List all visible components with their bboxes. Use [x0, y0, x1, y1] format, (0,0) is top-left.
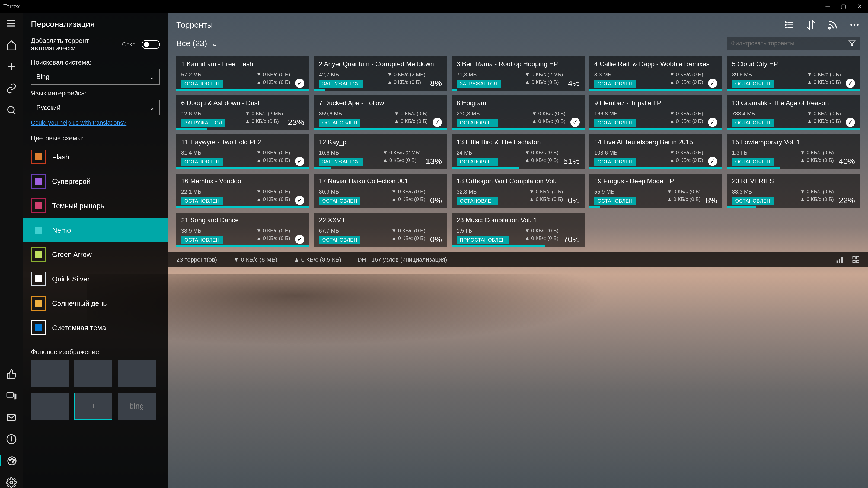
bg-tile-2[interactable]: [118, 360, 156, 387]
auto-add-toggle[interactable]: [142, 40, 160, 49]
torrent-card[interactable]: 1 KanniFam - Free Flesh 57,2 МБ ОСТАНОВЛ…: [176, 56, 309, 91]
torrent-down-rate: ▼ 0 КБ/с (0 Б): [800, 189, 834, 195]
more-icon[interactable]: [849, 20, 860, 30]
torrent-card[interactable]: 14 Live At Teufelsberg Berlin 2015 108,6…: [589, 134, 722, 169]
torrent-card[interactable]: 22 XXVII 67,7 МБ ОСТАНОВЛЕН ▼ 0 КБ/с (0 …: [314, 213, 447, 247]
signal-icon[interactable]: [835, 256, 844, 264]
translate-link[interactable]: Could you help us with translations?: [31, 119, 160, 126]
torrent-card[interactable]: 5 Cloud City EP 39,6 МБ ОСТАНОВЛЕН ▼ 0 К…: [727, 56, 860, 91]
theme-flash[interactable]: Flash: [23, 145, 168, 169]
close-button[interactable]: ✕: [857, 3, 862, 10]
theme-name: Quick Silver: [52, 275, 90, 283]
torrent-card[interactable]: 4 Callie Reiff & Dapp - Wobble Remixes 8…: [589, 56, 722, 91]
filter-dropdown[interactable]: Все (23) ⌄: [176, 39, 218, 48]
settings-icon[interactable]: [6, 477, 17, 488]
page-title: Торренты: [176, 20, 213, 30]
nav-rail: [0, 13, 23, 488]
torrent-status: ЗАГРУЖАЕТСЯ: [319, 80, 363, 88]
minimize-button[interactable]: ─: [826, 3, 830, 10]
torrent-size: 88,3 МБ: [732, 189, 773, 195]
torrent-up-rate: ▲ 0 КБ/с (0 Б): [667, 196, 701, 202]
torrent-status: ОСТАНОВЛЕН: [319, 236, 361, 244]
link-icon[interactable]: [6, 83, 17, 94]
filter-input[interactable]: [731, 40, 848, 47]
bg-tile-4[interactable]: +: [74, 393, 112, 420]
language-select[interactable]: Русский ⌄: [31, 100, 160, 116]
torrent-title: 11 Haywyre - Two Fold Pt 2: [181, 138, 304, 146]
list-view-icon[interactable]: [784, 20, 795, 30]
torrent-card[interactable]: 23 Music Compilation Vol. 1 1,5 ГБ ПРИОС…: [452, 213, 585, 247]
torrent-card[interactable]: 7 Ducked Ape - Follow 359,6 МБ ОСТАНОВЛЕ…: [314, 95, 447, 130]
torrent-card[interactable]: 2 Anyer Quantum - Corrupted Meltdown 42,…: [314, 56, 447, 91]
torrent-card[interactable]: 15 Lowtemporary Vol. 1 1,3 ГБ ОСТАНОВЛЕН…: [727, 134, 860, 169]
torrent-card[interactable]: 19 Progus - Deep Mode EP 55,9 МБ ОСТАНОВ…: [589, 173, 722, 208]
theme-супергерой[interactable]: Супергерой: [23, 169, 168, 194]
torrent-card[interactable]: 3 Ben Rama - Rooftop Hopping EP 71,3 МБ …: [452, 56, 585, 91]
torrent-up-rate: ▲ 0 КБ/с (0 Б): [388, 79, 421, 85]
torrent-title: 2 Anyer Quantum - Corrupted Meltdown: [319, 60, 442, 68]
torrent-progress: [176, 89, 309, 91]
torrent-card[interactable]: 6 Dooqu & Ashdown - Dust 12,6 МБ ЗАГРУЖА…: [176, 95, 309, 130]
torrent-card[interactable]: 16 Memtrix - Voodoo 22,1 МБ ОСТАНОВЛЕН ▼…: [176, 173, 309, 208]
torrent-card[interactable]: 17 Naviar Haiku Collection 001 80,9 МБ О…: [314, 173, 447, 208]
torrent-progress: [314, 167, 332, 169]
theme-системная-тема[interactable]: Системная тема: [23, 316, 168, 340]
torrent-title: 18 Orthogon Wolf Compilation Vol. 1: [457, 177, 580, 185]
svg-rect-7: [7, 393, 13, 397]
add-icon[interactable]: [6, 61, 17, 72]
theme-солнечный-день[interactable]: Солнечный день: [23, 291, 168, 316]
search-icon[interactable]: [6, 105, 17, 116]
torrent-card[interactable]: 20 REVERIES 88,3 МБ ОСТАНОВЛЕН ▼ 0 КБ/с …: [727, 173, 860, 208]
torrent-card[interactable]: 12 Kay_p 10,6 МБ ЗАГРУЖАЕТСЯ ▼ 0 КБ/с (2…: [314, 134, 447, 169]
torrent-card[interactable]: 13 Little Bird & The Eschaton 24 МБ ОСТА…: [452, 134, 585, 169]
theme-swatch: [31, 272, 45, 286]
home-icon[interactable]: [6, 40, 17, 51]
torrent-card[interactable]: 11 Haywyre - Two Fold Pt 2 81,4 МБ ОСТАН…: [176, 134, 309, 169]
torrent-card[interactable]: 9 Flembaz - Tripalle LP 166,8 МБ ОСТАНОВ…: [589, 95, 722, 130]
svg-point-18: [10, 481, 13, 484]
sort-icon[interactable]: [806, 20, 816, 30]
theme-swatch: [31, 296, 45, 311]
maximize-button[interactable]: ▢: [841, 3, 846, 10]
filter-search[interactable]: [727, 37, 860, 50]
torrent-down-rate: ▼ 0 КБ/с (0 Б): [532, 110, 565, 117]
devices-icon[interactable]: [6, 390, 17, 401]
theme-name: Green Arrow: [52, 251, 92, 259]
thumbs-up-icon[interactable]: [6, 369, 17, 380]
svg-rect-34: [853, 261, 855, 263]
bg-tile-5[interactable]: bing: [118, 393, 156, 420]
theme-quick-silver[interactable]: Quick Silver: [23, 267, 168, 291]
bg-tile-1[interactable]: [74, 360, 112, 387]
torrent-down-rate: ▼ 0 КБ/с (0 Б): [670, 150, 703, 156]
torrent-card[interactable]: 18 Orthogon Wolf Compilation Vol. 1 32,3…: [452, 173, 585, 208]
filter-icon[interactable]: [848, 40, 856, 47]
theme-nemo[interactable]: Nemo: [23, 218, 168, 242]
search-engine-select[interactable]: Bing ⌄: [31, 69, 160, 85]
svg-rect-30: [839, 259, 840, 263]
torrent-card[interactable]: 21 Song and Dance 38,9 МБ ОСТАНОВЛЕН ▼ 0…: [176, 213, 309, 247]
theme-icon[interactable]: [0, 455, 23, 466]
theme-темный-рыцарь[interactable]: Темный рыцарь: [23, 194, 168, 218]
torrent-up-rate: ▲ 0 КБ/с (0 Б): [800, 157, 834, 163]
torrent-up-rate: ▲ 0 КБ/с (0 Б): [532, 118, 565, 124]
torrent-card[interactable]: 8 Epigram 230,3 МБ ОСТАНОВЛЕН ▼ 0 КБ/с (…: [452, 95, 585, 130]
svg-point-5: [8, 106, 14, 113]
torrent-size: 81,4 МБ: [181, 150, 223, 156]
torrent-percent: 0%: [568, 196, 579, 205]
torrent-up-rate: ▲ 0 КБ/с (0 Б): [807, 79, 841, 85]
bg-tile-0[interactable]: [31, 360, 69, 387]
torrent-progress: [176, 206, 309, 208]
torrent-card[interactable]: 10 Gramatik - The Age of Reason 788,4 МБ…: [727, 95, 860, 130]
torrent-up-rate: ▲ 0 КБ/с (0 Б): [670, 118, 703, 124]
info-icon[interactable]: [6, 434, 17, 445]
menu-icon[interactable]: [6, 18, 17, 29]
language-label: Язык интерфейса:: [31, 90, 160, 97]
torrent-size: 24 МБ: [457, 150, 498, 156]
theme-green-arrow[interactable]: Green Arrow: [23, 242, 168, 267]
mail-icon[interactable]: [6, 412, 17, 423]
grid-view-icon[interactable]: [852, 256, 860, 264]
torrent-progress: [727, 167, 780, 169]
torrent-title: 22 XXVII: [319, 216, 442, 224]
bg-tile-3[interactable]: [31, 393, 69, 420]
rss-icon[interactable]: [827, 20, 838, 30]
